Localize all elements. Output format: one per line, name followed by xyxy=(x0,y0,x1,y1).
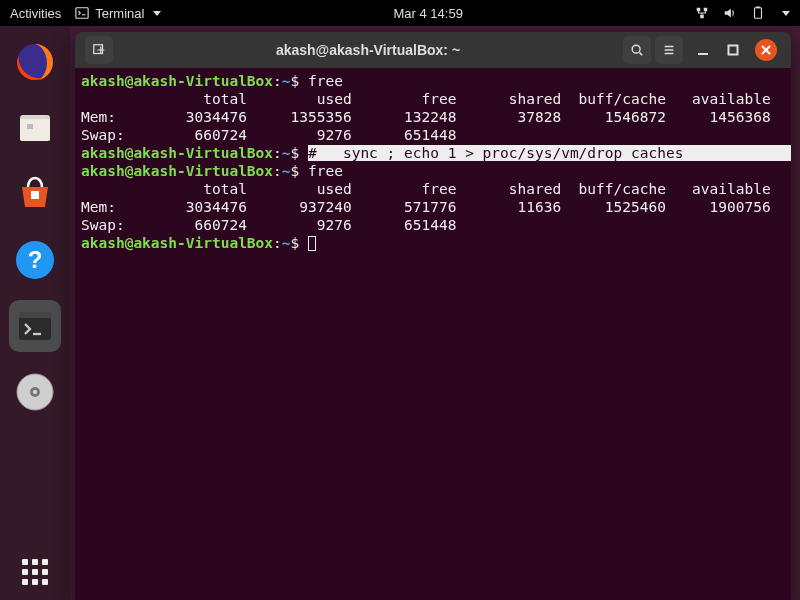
cursor xyxy=(308,236,316,251)
terminal-icon xyxy=(15,306,55,346)
system-status-area[interactable] xyxy=(695,6,790,20)
close-button[interactable] xyxy=(755,39,777,61)
svg-rect-14 xyxy=(19,312,51,318)
terminal-body[interactable]: akash@akash-VirtualBox:~$ free total use… xyxy=(75,68,791,600)
svg-rect-4 xyxy=(754,8,761,19)
cmd-free-2: free xyxy=(308,163,343,179)
dock-disc[interactable] xyxy=(9,366,61,418)
prompt-user: akash@akash-VirtualBox xyxy=(81,235,273,251)
prompt-sep: : xyxy=(273,73,282,89)
prompt-user: akash@akash-VirtualBox xyxy=(81,145,273,161)
titlebar[interactable]: akash@akash-VirtualBox: ~ xyxy=(75,32,791,68)
hamburger-icon xyxy=(662,43,676,57)
terminal-app-menu-label: Terminal xyxy=(95,6,144,21)
prompt-path: ~ xyxy=(282,145,291,161)
dock-software[interactable] xyxy=(9,168,61,220)
volume-icon xyxy=(723,6,737,20)
new-tab-button[interactable] xyxy=(85,36,113,64)
prompt-path: ~ xyxy=(282,235,291,251)
search-button[interactable] xyxy=(623,36,651,64)
help-icon: ? xyxy=(14,239,56,281)
prompt-sigil: $ xyxy=(291,163,300,179)
svg-line-24 xyxy=(640,53,643,56)
prompt-user: akash@akash-VirtualBox xyxy=(81,73,273,89)
svg-rect-1 xyxy=(697,8,701,12)
minimize-button[interactable] xyxy=(695,42,711,58)
svg-rect-8 xyxy=(20,119,50,141)
prompt-sigil: $ xyxy=(291,235,300,251)
svg-rect-29 xyxy=(729,46,738,55)
free-header-2: total used free shared buff/cache availa… xyxy=(81,181,771,197)
close-icon xyxy=(761,45,771,55)
activities-button[interactable]: Activities xyxy=(10,6,61,21)
terminal-window: akash@akash-VirtualBox: ~ akash@akash-Vi… xyxy=(75,32,791,600)
prompt-sep: : xyxy=(273,163,282,179)
search-icon xyxy=(630,43,644,57)
dock-files[interactable] xyxy=(9,102,61,154)
prompt-path: ~ xyxy=(282,163,291,179)
dock-terminal[interactable] xyxy=(9,300,61,352)
prompt-user: akash@akash-VirtualBox xyxy=(81,163,273,179)
svg-point-23 xyxy=(632,45,640,53)
network-icon xyxy=(695,6,709,20)
firefox-icon xyxy=(14,41,56,83)
terminal-icon xyxy=(75,6,89,20)
free-mem-2: Mem: 3034476 937240 571776 11636 1525460… xyxy=(81,199,771,215)
dock-help[interactable]: ? xyxy=(9,234,61,286)
prompt-sep: : xyxy=(273,235,282,251)
free-swap-2: Swap: 660724 9276 651448 xyxy=(81,217,456,233)
free-swap-1: Swap: 660724 9276 651448 xyxy=(81,127,456,143)
cmd-free-1: free xyxy=(308,73,343,89)
software-icon xyxy=(14,173,56,215)
dock: ? xyxy=(0,26,70,600)
hamburger-menu-button[interactable] xyxy=(655,36,683,64)
svg-point-19 xyxy=(33,390,37,394)
disc-icon xyxy=(14,371,56,413)
svg-rect-2 xyxy=(704,8,708,12)
minimize-icon xyxy=(696,43,710,57)
prompt-sigil: $ xyxy=(291,73,300,89)
maximize-icon xyxy=(726,43,740,57)
svg-rect-0 xyxy=(76,8,88,19)
files-icon xyxy=(15,108,55,148)
chevron-down-icon xyxy=(153,11,161,16)
chevron-down-icon xyxy=(782,11,790,16)
maximize-button[interactable] xyxy=(725,42,741,58)
svg-rect-9 xyxy=(27,124,33,129)
dock-firefox[interactable] xyxy=(9,36,61,88)
svg-text:?: ? xyxy=(28,246,43,273)
free-mem-1: Mem: 3034476 1355356 132248 37828 154687… xyxy=(81,109,771,125)
prompt-sigil: $ xyxy=(291,145,300,161)
terminal-app-menu[interactable]: Terminal xyxy=(75,6,161,21)
window-title: akash@akash-VirtualBox: ~ xyxy=(115,42,621,58)
new-tab-icon xyxy=(92,43,106,57)
prompt-path: ~ xyxy=(282,73,291,89)
show-applications-button[interactable] xyxy=(22,559,48,585)
svg-rect-5 xyxy=(756,6,760,8)
prompt-sep: : xyxy=(273,145,282,161)
desktop-top-panel: Activities Terminal Mar 4 14:59 xyxy=(0,0,800,26)
svg-rect-3 xyxy=(700,15,704,19)
battery-icon xyxy=(751,6,765,20)
clock[interactable]: Mar 4 14:59 xyxy=(394,6,463,21)
free-header-1: total used free shared buff/cache availa… xyxy=(81,91,771,107)
svg-rect-10 xyxy=(31,191,39,199)
cmd-drop-caches: # sync ; echo 1 > proc/sys/vm/drop_cache… xyxy=(308,145,791,161)
